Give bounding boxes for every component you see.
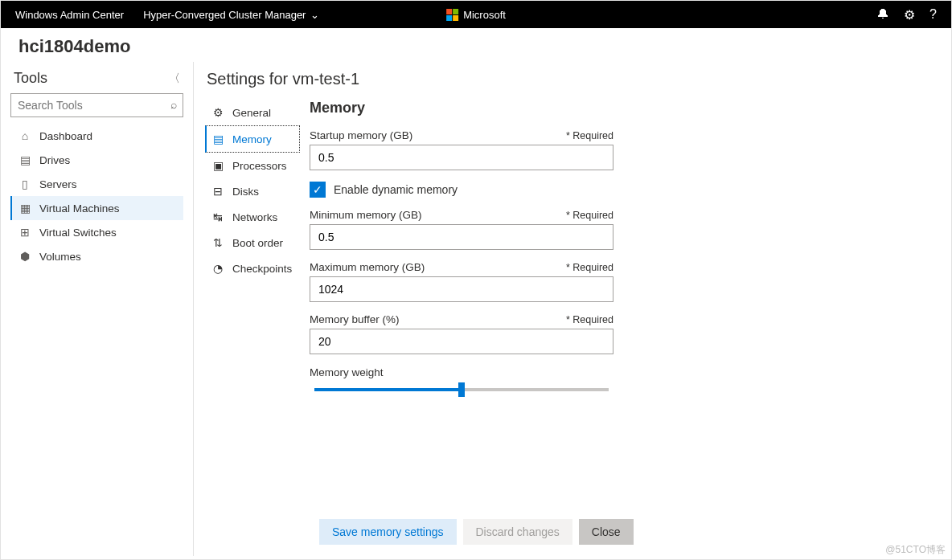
field-minimum-memory: Minimum memory (GB)* Required [310, 209, 613, 250]
settings-nav-general[interactable]: ⚙General [205, 100, 300, 125]
form-footer: Save memory settings Discard changes Clo… [319, 519, 634, 545]
required-indicator: * Required [566, 210, 613, 221]
checkbox-icon: ✓ [310, 182, 326, 198]
memory-icon: ▤ [211, 133, 224, 145]
gear-icon[interactable]: ⚙ [904, 7, 915, 22]
memory-form: Memory Startup memory (GB)* Required ✓ E… [300, 100, 638, 556]
field-startup-memory: Startup memory (GB)* Required [310, 129, 613, 170]
required-indicator: * Required [566, 130, 613, 141]
minimum-memory-label: Minimum memory (GB) [310, 209, 422, 221]
field-maximum-memory: Maximum memory (GB)* Required [310, 261, 613, 302]
startup-memory-input[interactable] [310, 145, 613, 170]
servers-icon: ▯ [18, 178, 31, 190]
gear-icon: ⚙ [211, 106, 224, 119]
brand: Microsoft [446, 9, 506, 21]
nav-label: Disks [232, 186, 259, 198]
boot-icon: ⇅ [211, 236, 224, 249]
switches-icon: ⊞ [18, 226, 31, 239]
memory-buffer-label: Memory buffer (%) [310, 313, 400, 325]
search-icon[interactable]: ⌕ [170, 98, 177, 111]
section-title: Memory [310, 100, 613, 116]
nav-label: Boot order [232, 237, 283, 249]
field-memory-buffer: Memory buffer (%)* Required [310, 313, 613, 354]
cluster-header: hci1804demo [1, 28, 951, 62]
cluster-name: hci1804demo [18, 36, 934, 57]
watermark: @51CTO博客 [885, 543, 946, 557]
search-input[interactable] [10, 93, 183, 117]
discard-button[interactable]: Discard changes [463, 519, 572, 545]
network-icon: ↹ [211, 211, 224, 223]
sidebar-item-virtual-switches[interactable]: ⊞ Virtual Switches [10, 220, 183, 244]
notifications-icon[interactable]: 🔔︎ [876, 7, 889, 22]
brand-text: Microsoft [463, 9, 506, 21]
scope-label: Hyper-Converged Cluster Manager [143, 9, 306, 21]
startup-memory-label: Startup memory (GB) [310, 129, 412, 141]
minimum-memory-input[interactable] [310, 224, 613, 250]
product-name: Windows Admin Center [15, 9, 124, 21]
home-icon: ⌂ [18, 129, 31, 142]
field-memory-weight: Memory weight [310, 366, 613, 396]
required-indicator: * Required [566, 314, 613, 325]
nav-label: Checkpoints [232, 263, 292, 275]
sidebar-item-drives[interactable]: ▤ Drives [10, 148, 183, 172]
memory-weight-slider[interactable] [314, 383, 609, 396]
maximum-memory-input[interactable] [310, 276, 613, 302]
sidebar-item-label: Servers [39, 178, 77, 190]
settings-title: Settings for vm-test-1 [205, 70, 951, 100]
collapse-sidebar-icon[interactable]: 〈 [169, 72, 180, 86]
nav-label: Networks [232, 211, 277, 223]
help-icon[interactable]: ? [929, 7, 937, 22]
microsoft-logo-icon [446, 9, 458, 21]
sidebar-item-virtual-machines[interactable]: ▦ Virtual Machines [10, 196, 183, 220]
sidebar-item-label: Drives [39, 154, 70, 166]
chevron-down-icon: ⌄ [310, 9, 319, 21]
sidebar-item-servers[interactable]: ▯ Servers [10, 172, 183, 196]
required-indicator: * Required [566, 262, 613, 273]
sidebar-item-label: Dashboard [39, 130, 92, 142]
search-tools: ⌕ [10, 93, 183, 117]
settings-nav: ⚙General ▤Memory ▣Processors ⊟Disks ↹Net… [205, 100, 300, 556]
sidebar-item-label: Virtual Machines [39, 202, 120, 215]
sidebar-item-dashboard[interactable]: ⌂ Dashboard [10, 124, 183, 148]
drives-icon: ▤ [18, 153, 31, 166]
slider-thumb[interactable] [458, 382, 465, 397]
sidebar-item-volumes[interactable]: ⬢ Volumes [10, 244, 183, 268]
cpu-icon: ▣ [211, 159, 224, 172]
checkpoint-icon: ◔ [211, 262, 224, 275]
topbar-actions: 🔔︎ ⚙ ? [876, 7, 937, 22]
scope-dropdown[interactable]: Hyper-Converged Cluster Manager ⌄ [143, 9, 319, 21]
nav-label: Memory [232, 133, 272, 145]
nav-label: General [232, 107, 271, 119]
tools-sidebar: Tools 〈 ⌕ ⌂ Dashboard ▤ Drives ▯ Servers… [1, 62, 194, 556]
close-button[interactable]: Close [579, 519, 634, 545]
settings-nav-networks[interactable]: ↹Networks [205, 204, 300, 230]
sidebar-item-label: Virtual Switches [39, 227, 117, 239]
volumes-icon: ⬢ [18, 250, 31, 263]
settings-nav-boot-order[interactable]: ⇅Boot order [205, 230, 300, 255]
settings-nav-disks[interactable]: ⊟Disks [205, 178, 300, 204]
nav-label: Processors [232, 160, 287, 172]
dynamic-memory-checkbox[interactable]: ✓ Enable dynamic memory [310, 182, 613, 198]
vm-icon: ▦ [18, 202, 31, 215]
tools-title: Tools [14, 70, 47, 87]
maximum-memory-label: Maximum memory (GB) [310, 261, 425, 273]
sidebar-item-label: Volumes [39, 251, 81, 263]
memory-buffer-input[interactable] [310, 329, 613, 354]
settings-nav-memory[interactable]: ▤Memory [205, 125, 300, 153]
memory-weight-label: Memory weight [310, 366, 384, 378]
dynamic-memory-label: Enable dynamic memory [334, 183, 458, 196]
top-bar: Windows Admin Center Hyper-Converged Clu… [1, 1, 951, 28]
settings-nav-processors[interactable]: ▣Processors [205, 153, 300, 178]
save-button[interactable]: Save memory settings [319, 519, 457, 545]
disk-icon: ⊟ [211, 185, 224, 198]
settings-nav-checkpoints[interactable]: ◔Checkpoints [205, 255, 300, 281]
content-area: Settings for vm-test-1 ⚙General ▤Memory … [194, 62, 951, 556]
